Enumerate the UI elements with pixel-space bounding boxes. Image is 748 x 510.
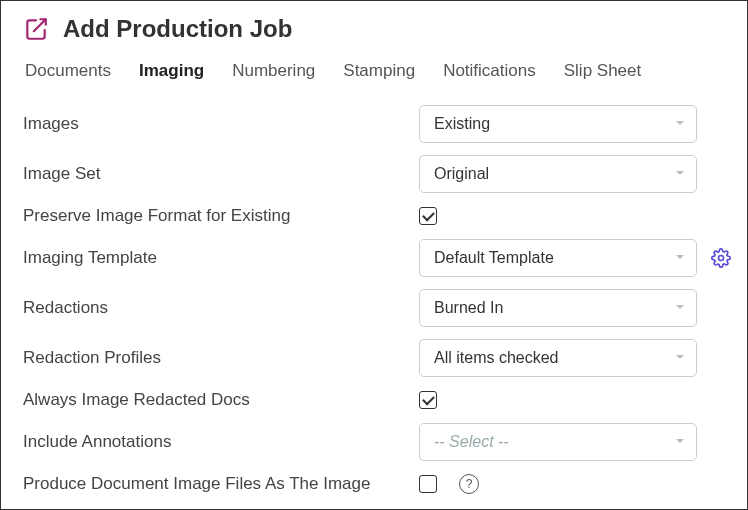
select-imaging-template[interactable]: Default Template [419,239,697,277]
select-images[interactable]: Existing [419,105,697,143]
tab-imaging[interactable]: Imaging [139,61,204,83]
select-image-set[interactable]: Original [419,155,697,193]
svg-point-0 [719,256,724,261]
label-preserve-format: Preserve Image Format for Existing [23,206,419,226]
checkbox-preserve-format[interactable] [419,207,437,225]
select-include-annotations-value: -- Select -- [434,433,509,451]
select-images-value: Existing [434,115,490,133]
chevron-down-icon [674,299,686,317]
chevron-down-icon [674,115,686,133]
tab-documents[interactable]: Documents [25,61,111,83]
select-include-annotations[interactable]: -- Select -- [419,423,697,461]
label-imaging-template: Imaging Template [23,248,419,268]
row-include-annotations: Include Annotations -- Select -- [23,423,725,461]
chevron-down-icon [674,349,686,367]
share-icon [23,16,49,42]
row-image-set: Image Set Original [23,155,725,193]
chevron-down-icon [674,249,686,267]
label-produce-doc-image-files: Produce Document Image Files As The Imag… [23,474,419,494]
label-always-image-redacted: Always Image Redacted Docs [23,390,419,410]
label-image-set: Image Set [23,164,419,184]
select-redaction-profiles[interactable]: All items checked [419,339,697,377]
form: Images Existing Image Set Original [23,105,725,495]
row-imaging-template: Imaging Template Default Template [23,239,725,277]
chevron-down-icon [674,433,686,451]
checkbox-produce-doc-image-files[interactable] [419,475,437,493]
select-redaction-profiles-value: All items checked [434,349,559,367]
select-redactions-value: Burned In [434,299,503,317]
tab-notifications[interactable]: Notifications [443,61,536,83]
row-redaction-profiles: Redaction Profiles All items checked [23,339,725,377]
chevron-down-icon [674,165,686,183]
label-redaction-profiles: Redaction Profiles [23,348,419,368]
dialog-header: Add Production Job [23,15,725,43]
label-images: Images [23,114,419,134]
select-imaging-template-value: Default Template [434,249,554,267]
checkbox-always-image-redacted[interactable] [419,391,437,409]
select-redactions[interactable]: Burned In [419,289,697,327]
tab-numbering[interactable]: Numbering [232,61,315,83]
row-redactions: Redactions Burned In [23,289,725,327]
row-produce-doc-image-files: Produce Document Image Files As The Imag… [23,473,725,495]
label-include-annotations: Include Annotations [23,432,419,452]
row-always-image-redacted: Always Image Redacted Docs [23,389,725,411]
row-preserve-format: Preserve Image Format for Existing [23,205,725,227]
select-image-set-value: Original [434,165,489,183]
help-icon[interactable]: ? [459,474,479,494]
label-redactions: Redactions [23,298,419,318]
row-images: Images Existing [23,105,725,143]
tab-slip-sheet[interactable]: Slip Sheet [564,61,642,83]
tab-stamping[interactable]: Stamping [343,61,415,83]
gear-icon[interactable] [711,248,731,268]
dialog-container: Add Production Job Documents Imaging Num… [0,0,748,510]
dialog-title: Add Production Job [63,15,292,43]
tab-bar: Documents Imaging Numbering Stamping Not… [23,61,725,83]
